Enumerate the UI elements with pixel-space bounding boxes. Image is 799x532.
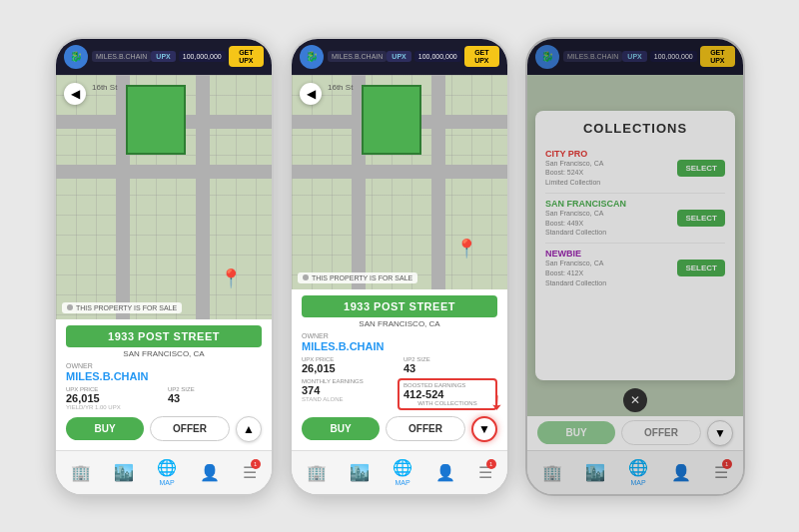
avatar-3: 🐉 [535, 45, 559, 69]
map-area-2: ◀ 16th St 📍 THIS PROPERTY IS FOR SALE [292, 75, 507, 289]
collections-area: COLLECTIONS CITY PRO San Francisco, CA B… [527, 75, 743, 450]
arrow-down-button-3[interactable]: ▼ [707, 420, 733, 446]
upx-badge: UPX [151, 51, 175, 62]
get-upx-button[interactable]: GET UPX [229, 46, 264, 67]
bottom-nav-3: 🏢 🏙️ 🌐 MAP 👤 ☰ 1 [527, 450, 743, 494]
monthly-value: 374 [302, 384, 390, 396]
upx-price-box-2: UPX PRICE 26,015 [302, 356, 396, 374]
close-collections-button[interactable]: ✕ [623, 388, 647, 412]
get-upx-button-3[interactable]: GET UPX [700, 46, 735, 67]
owner-label: OWNER [66, 362, 262, 369]
buy-button-3[interactable]: BUY [537, 421, 615, 444]
header-left-3: 🐉 MILES.B.CHAIN [535, 45, 622, 69]
upx-amount-2: 100,000,000 [414, 51, 461, 62]
phone-1-header: 🐉 MILES.B.CHAIN UPX 100,000,000 GET UPX [56, 39, 272, 75]
monthly-sub: STAND ALONE [302, 396, 390, 402]
yield-label: YIELD/YR 1.00 UPX [66, 404, 160, 410]
nav-map-2[interactable]: 🌐 MAP [393, 458, 412, 486]
road-h4 [292, 165, 507, 179]
phone-3-header: 🐉 MILES.B.CHAIN UPX 100,000,000 GET UPX [527, 39, 743, 75]
select-san-franciscan-button[interactable]: SELECT [677, 210, 725, 227]
owner-label-2: OWNER [302, 332, 497, 339]
upx-price-box: UPX PRICE 26,015 YIELD/YR 1.00 UPX [66, 386, 160, 410]
map-property[interactable] [126, 85, 186, 155]
action-area-2: BUY OFFER ▼ ➘ [302, 416, 497, 446]
collection-name-city-pro: CITY PRO [545, 149, 603, 159]
collections-panel: COLLECTIONS CITY PRO San Francisco, CA B… [535, 111, 735, 380]
map-pin: 📍 [220, 267, 242, 289]
collection-details-city-pro: San Francisco, CA Boost: 524X Limited Co… [545, 159, 603, 188]
buy-button-2[interactable]: BUY [302, 417, 380, 440]
collections-title: COLLECTIONS [545, 121, 725, 136]
collection-info-city-pro: CITY PRO San Francisco, CA Boost: 524X L… [545, 149, 603, 188]
property-city: SAN FRANCISCO, CA [66, 349, 262, 358]
offer-button-2[interactable]: OFFER [386, 416, 465, 441]
notification-badge-2: 1 [486, 459, 496, 469]
phone-2-header: 🐉 MILES.B.CHAIN UPX 100,000,000 GET UPX [292, 39, 507, 75]
nav-buildings[interactable]: 🏢 [71, 463, 91, 482]
nav-city-3[interactable]: 🏙️ [585, 463, 605, 482]
owner-name: MILES.B.CHAIN [66, 370, 262, 382]
upx-price-value: 26,015 [66, 392, 160, 404]
nav-profile-2[interactable]: 👤 [435, 463, 455, 482]
stats-row-1: UPX PRICE 26,015 YIELD/YR 1.00 UPX UP2 S… [66, 386, 262, 410]
road-v2 [196, 75, 210, 319]
nav-city[interactable]: 🏙️ [114, 463, 134, 482]
map-property-2[interactable] [362, 85, 421, 155]
offer-button-3[interactable]: OFFER [621, 420, 701, 445]
select-city-pro-button[interactable]: SELECT [677, 160, 725, 177]
select-newbie-button[interactable]: SELECT [677, 260, 725, 276]
nav-city-2[interactable]: 🏙️ [350, 463, 370, 482]
close-area: ✕ [527, 388, 743, 412]
notification-badge: 1 [251, 459, 261, 469]
collection-item-san-franciscan: SAN FRANCISCAN San Francisco, CA Boost: … [545, 194, 725, 244]
upx-price-value-2: 26,015 [302, 362, 396, 374]
nav-menu-3[interactable]: ☰ 1 [714, 463, 728, 482]
collection-name-san-franciscan: SAN FRANCISCAN [545, 199, 626, 209]
street-label-2: 16th St [328, 83, 353, 92]
buy-button[interactable]: BUY [66, 417, 144, 440]
up2-size-box: UP2 SIZE 43 [168, 386, 262, 410]
property-name-2: 1933 POST STREET [302, 295, 497, 317]
property-info-2: 1933 POST STREET SAN FRANCISCO, CA OWNER… [292, 289, 507, 450]
boosted-value: 412-524 [403, 388, 491, 400]
action-row-2: BUY OFFER ▼ ➘ [302, 416, 497, 446]
property-name: 1933 POST STREET [66, 325, 262, 347]
arrow-up-button[interactable]: ▲ [236, 416, 262, 442]
arrow-down-button[interactable]: ▼ ➘ [471, 416, 497, 442]
property-info-1: 1933 POST STREET SAN FRANCISCO, CA OWNER… [56, 319, 272, 450]
for-sale-badge-2: THIS PROPERTY IS FOR SALE [298, 272, 417, 283]
action-row-1: BUY OFFER ▲ [66, 416, 262, 446]
get-upx-button-2[interactable]: GET UPX [464, 46, 499, 67]
upx-badge-2: UPX [387, 51, 410, 62]
monthly-earnings-box: MONTHLY EARNINGS 374 STAND ALONE [302, 378, 390, 410]
offer-button[interactable]: OFFER [150, 416, 230, 441]
nav-menu-2[interactable]: ☰ 1 [478, 463, 492, 482]
collection-item-city-pro: CITY PRO San Francisco, CA Boost: 524X L… [545, 144, 725, 194]
collection-details-newbie: San Francisco, CA Boost: 412X Standard C… [545, 259, 606, 287]
nav-menu[interactable]: ☰ 1 [243, 463, 257, 482]
for-sale-dot [67, 304, 73, 310]
for-sale-dot-2 [303, 274, 309, 280]
nav-map[interactable]: 🌐 MAP [157, 458, 177, 486]
stats-row-2: UPX PRICE 26,015 UP2 SIZE 43 [302, 356, 497, 374]
map-area-1: ◀ 16th St 📍 THIS PROPERTY IS FOR SALE [56, 75, 272, 319]
nav-buildings-2[interactable]: 🏢 [307, 463, 327, 482]
nav-buildings-3[interactable]: 🏢 [542, 463, 562, 482]
nav-map-3[interactable]: 🌐 MAP [628, 458, 648, 486]
map-back-button-2[interactable]: ◀ [300, 83, 322, 105]
collection-name-newbie: NEWBIE [545, 249, 606, 259]
action-row-3: BUY OFFER ▼ [527, 416, 743, 450]
nav-profile-3[interactable]: 👤 [671, 463, 691, 482]
up2-size-value: 43 [168, 392, 262, 404]
up2-size-box-2: UP2 SIZE 43 [403, 356, 497, 374]
header-left: 🐉 MILES.B.CHAIN [64, 45, 151, 69]
header-left-2: 🐉 MILES.B.CHAIN [300, 45, 387, 69]
property-city-2: SAN FRANCISCO, CA [302, 319, 497, 328]
bottom-nav-2: 🏢 🏙️ 🌐 MAP 👤 ☰ 1 [292, 450, 507, 494]
map-back-button[interactable]: ◀ [64, 83, 86, 105]
avatar: 🐉 [64, 45, 88, 69]
nav-profile[interactable]: 👤 [200, 463, 220, 482]
app-container: 🐉 MILES.B.CHAIN UPX 100,000,000 GET UPX … [34, 17, 765, 516]
collection-item-newbie: NEWBIE San Francisco, CA Boost: 412X Sta… [545, 244, 725, 292]
